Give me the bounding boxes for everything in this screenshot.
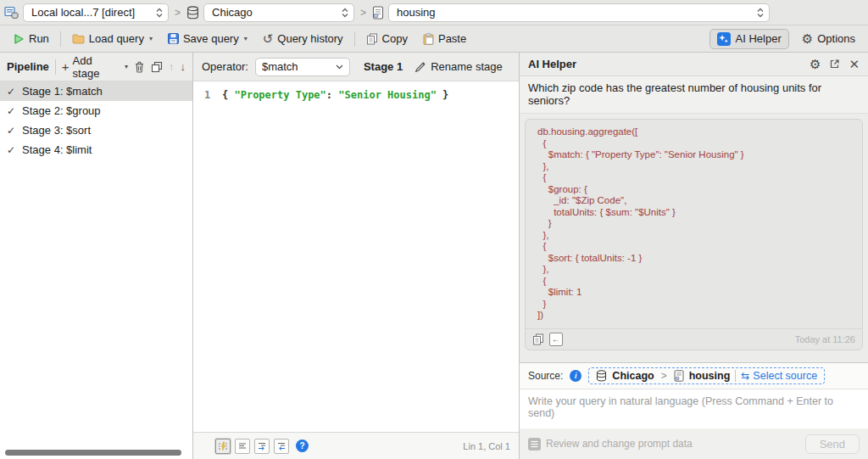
app-window: Local local...7 [direct] > Chicago > hou… — [0, 0, 868, 459]
select-source-button[interactable]: ⇆ Select source — [741, 370, 817, 382]
stage-list-item[interactable]: ✓ Stage 1: $match — [0, 81, 192, 101]
save-query-button[interactable]: Save query ▾ — [164, 30, 252, 48]
editor-statusbar: ? Lin 1, Col 1 — [193, 432, 519, 459]
stage-label: Stage 4: $limit — [22, 143, 92, 156]
load-query-button[interactable]: Load query ▾ — [68, 30, 157, 48]
connection-select[interactable]: Local local...7 [direct] — [23, 3, 169, 22]
pipeline-header: Pipeline + Add stage ▾ ↑ ↓ — [0, 53, 192, 81]
stage-checkbox[interactable]: ✓ — [7, 86, 15, 98]
collection-select-value: housing — [397, 6, 757, 19]
paste-button[interactable]: Paste — [419, 30, 470, 48]
stage-label: Stage 2: $group — [22, 104, 101, 117]
swap-arrows-icon: ⇆ — [741, 370, 749, 382]
stage-list-item[interactable]: ✓ Stage 3: $sort — [0, 120, 192, 140]
review-prompt-icon — [528, 438, 541, 451]
chevron-down-icon — [336, 64, 343, 70]
line-col-status: Lin 1, Col 1 — [463, 441, 510, 451]
chevron-updown-icon — [156, 8, 163, 18]
copy-response-icon[interactable] — [532, 333, 544, 345]
gear-icon: ⚙ — [802, 32, 813, 45]
horizontal-scrollbar[interactable] — [5, 450, 181, 456]
add-stage-button[interactable]: + Add stage ▾ — [62, 54, 128, 80]
connection-bar: Local local...7 [direct] > Chicago > hou… — [0, 0, 868, 25]
stage-title: Stage 1 — [364, 60, 403, 73]
ai-response-code: db.housing.aggregate([ { $match: { "Prop… — [526, 120, 862, 328]
toolbar-separator — [60, 31, 61, 47]
menu-caret-icon: ▾ — [149, 35, 153, 42]
format-query-icon[interactable] — [215, 439, 231, 454]
move-stage-down-icon[interactable]: ↓ — [181, 60, 186, 73]
operator-select-value: $match — [262, 60, 336, 73]
info-icon[interactable]: i — [570, 370, 581, 382]
message-actions: ← Today at 11:26 — [526, 328, 862, 350]
database-icon — [186, 6, 199, 20]
stage-label: Stage 1: $match — [22, 85, 103, 98]
chat-area: db.housing.aggregate([ { $match: { "Prop… — [520, 114, 868, 362]
line-number: 1 — [193, 89, 222, 432]
operator-label: Operator: — [202, 60, 248, 73]
history-icon: ↺ — [263, 32, 274, 45]
pipeline-title: Pipeline — [7, 60, 49, 73]
close-icon[interactable]: ✕ — [849, 58, 860, 70]
chevron-updown-icon — [342, 8, 348, 18]
operator-select[interactable]: $match — [255, 58, 350, 76]
ai-sparkle-icon — [717, 32, 731, 46]
source-selector[interactable]: Chicago > housing ⇆ Select source — [588, 367, 825, 384]
stage-checkbox[interactable]: ✓ — [7, 125, 15, 137]
menu-caret-icon: ▾ — [244, 35, 248, 42]
move-stage-up-icon[interactable]: ↑ — [169, 60, 175, 73]
delete-stage-icon[interactable] — [134, 61, 145, 73]
stage-checkbox[interactable]: ✓ — [7, 105, 15, 117]
send-button[interactable]: Send — [805, 434, 860, 454]
source-row: Source: i Chicago > housing ⇆ Select sou… — [520, 362, 868, 389]
ai-response-message: db.housing.aggregate([ { $match: { "Prop… — [525, 119, 863, 350]
compact-view-icon[interactable] — [235, 439, 250, 454]
code-line: { "Property Type": "Senior Housing" } — [222, 89, 448, 432]
copy-button[interactable]: Copy — [362, 30, 412, 48]
options-button[interactable]: ⚙ Options — [798, 30, 860, 48]
paste-icon — [423, 33, 434, 45]
query-history-button[interactable]: ↺ Query history — [259, 30, 348, 48]
stage-list: ✓ Stage 1: $match ✓ Stage 2: $group ✓ St… — [0, 81, 192, 459]
stage-editor-header: Operator: $match Stage 1 Rename stage — [193, 53, 519, 81]
run-button[interactable]: Run — [8, 30, 53, 48]
breadcrumb-separator: > — [173, 7, 182, 19]
stage-code-editor[interactable]: 1 { "Property Type": "Senior Housing" } — [193, 81, 519, 432]
breadcrumb-separator: > — [359, 7, 368, 19]
breadcrumb-separator: > — [659, 370, 669, 382]
stage-checkbox[interactable]: ✓ — [7, 144, 15, 156]
stage-list-item[interactable]: ✓ Stage 2: $group — [0, 101, 192, 120]
source-database: Chicago — [612, 370, 654, 382]
pencil-icon — [415, 61, 426, 73]
help-icon[interactable]: ? — [296, 439, 309, 452]
ai-helper-panel: AI Helper ⚙ ✕ Which zip code has the gre… — [520, 53, 868, 459]
collection-select[interactable]: housing — [388, 3, 770, 22]
insert-query-icon[interactable]: ← — [549, 333, 563, 346]
message-timestamp: Today at 11:26 — [795, 334, 855, 344]
connection-icon — [4, 6, 19, 20]
ai-helper-title: AI Helper — [528, 58, 576, 70]
query-toolbar: Run Load query ▾ Save query ▾ ↺ Query hi… — [0, 25, 868, 53]
source-collection: housing — [689, 370, 731, 382]
pipeline-panel: Pipeline + Add stage ▾ ↑ ↓ ✓ Stage 1: $m — [0, 53, 193, 459]
indent-right-icon[interactable] — [254, 439, 270, 454]
database-select-value: Chicago — [212, 6, 342, 19]
popout-icon[interactable] — [829, 59, 840, 70]
copy-icon — [366, 33, 378, 45]
ai-helper-button[interactable]: AI Helper — [709, 29, 789, 49]
source-label: Source: — [528, 370, 563, 382]
stage-label: Stage 3: $sort — [22, 124, 91, 137]
stage-editor-panel: Operator: $match Stage 1 Rename stage 1 … — [193, 53, 520, 459]
review-prompt-label[interactable]: Review and change prompt data — [546, 438, 693, 450]
nl-query-input[interactable] — [520, 389, 868, 428]
ai-settings-icon[interactable]: ⚙ — [810, 58, 821, 70]
ai-footer: Review and change prompt data Send — [520, 428, 868, 459]
indent-left-icon[interactable] — [274, 439, 289, 454]
rename-stage-button[interactable]: Rename stage — [415, 60, 503, 73]
folder-icon — [72, 33, 85, 44]
run-icon — [13, 33, 25, 45]
database-select[interactable]: Chicago — [203, 3, 354, 22]
user-question: Which zip code has the greatest number o… — [520, 76, 868, 114]
duplicate-stage-icon[interactable] — [151, 61, 163, 73]
stage-list-item[interactable]: ✓ Stage 4: $limit — [0, 140, 192, 160]
